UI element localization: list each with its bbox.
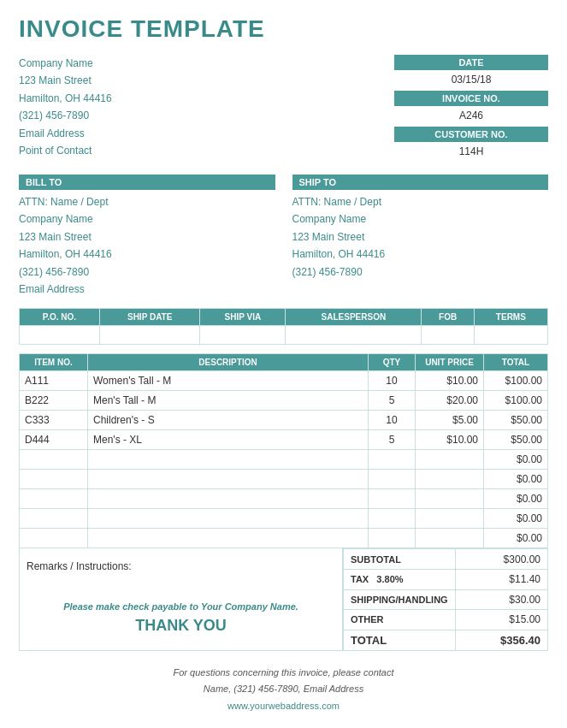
other-row: OTHER $15.00: [344, 610, 548, 630]
company-email: Email Address: [19, 125, 112, 142]
company-contact: Point of Contact: [19, 142, 112, 159]
bill-to-section: BILL TO ATTN: Name / Dept Company Name 1…: [19, 175, 275, 298]
company-city: Hamilton, OH 44416: [19, 90, 112, 107]
company-name: Company Name: [19, 55, 112, 72]
bill-street: 123 Main Street: [19, 228, 275, 246]
item-row: A111 Women's Tall - M 10 $10.00 $100.00: [20, 371, 548, 391]
subtotal-row: SUBTOTAL $300.00: [344, 549, 548, 570]
remarks-label: Remarks / Instructions:: [27, 560, 132, 572]
company-street: 123 Main Street: [19, 72, 112, 89]
item-row: $0.00: [20, 470, 548, 489]
item-row: $0.00: [20, 509, 548, 529]
po-header-salesperson: SALESPERSON: [286, 309, 422, 326]
ship-city: Hamilton, OH 44416: [292, 246, 549, 263]
invoice-value: A246: [394, 108, 548, 123]
item-row: C333 Children's - S 10 $5.00 $50.00: [20, 411, 548, 430]
contact-line2: Name, (321) 456-7890, Email Address: [19, 681, 548, 697]
invoice-label: INVOICE NO.: [394, 91, 548, 106]
subtotal-value: $300.00: [455, 549, 547, 570]
other-value: $15.00: [455, 610, 547, 630]
bill-city: Hamilton, OH 44416: [19, 246, 275, 263]
date-value: 03/15/18: [394, 72, 548, 87]
footer-contact: For questions concerning this invoice, p…: [19, 665, 548, 696]
items-header-description: DESCRIPTION: [88, 354, 369, 371]
total-value: $356.40: [455, 630, 547, 651]
item-row: $0.00: [20, 489, 548, 509]
date-label: DATE: [394, 55, 548, 70]
customer-label: CUSTOMER NO.: [394, 127, 548, 142]
thank-you: THANK YOU: [27, 617, 335, 635]
tax-label: TAX 3.80%: [344, 569, 456, 589]
tax-row: TAX 3.80% $11.40: [344, 569, 548, 589]
po-table: P.O. NO. SHIP DATE SHIP VIA SALESPERSON …: [19, 308, 548, 345]
ship-street: 123 Main Street: [292, 228, 549, 246]
subtotal-label: SUBTOTAL: [344, 549, 456, 570]
items-header-item-no: ITEM NO.: [20, 354, 88, 371]
contact-line1: For questions concerning this invoice, p…: [19, 665, 548, 681]
items-header-qty: QTY: [369, 354, 416, 371]
item-row: $0.00: [20, 450, 548, 470]
bill-to-header: BILL TO: [19, 175, 275, 190]
footer-website: www.yourwebaddress.com: [19, 701, 548, 711]
customer-value: 114H: [394, 144, 548, 159]
invoice-title: INVOICE TEMPLATE: [19, 15, 548, 43]
po-row: [20, 326, 548, 345]
footer-left: Remarks / Instructions: Please make chec…: [19, 548, 343, 651]
ship-attn: ATTN: Name / Dept: [292, 193, 549, 210]
po-header-ship-date: SHIP DATE: [99, 309, 200, 326]
ship-to-section: SHIP TO ATTN: Name / Dept Company Name 1…: [292, 175, 549, 298]
bill-company: Company Name: [19, 210, 275, 228]
ship-to-header: SHIP TO: [292, 175, 549, 190]
po-header-terms: TERMS: [474, 309, 547, 326]
total-row: TOTAL $356.40: [344, 630, 548, 651]
bill-attn: ATTN: Name / Dept: [19, 193, 275, 210]
bottom-section: Remarks / Instructions: Please make chec…: [19, 548, 548, 651]
shipping-label: SHIPPING/HANDLING: [344, 589, 456, 610]
item-row: $0.00: [20, 529, 548, 548]
bill-email: Email Address: [19, 281, 275, 298]
tax-value: $11.40: [455, 569, 547, 589]
item-row: B222 Men's Tall - M 5 $20.00 $100.00: [20, 391, 548, 411]
ship-phone: (321) 456-7890: [292, 263, 549, 281]
meta-section: DATE 03/15/18 INVOICE NO. A246 CUSTOMER …: [377, 55, 548, 163]
shipping-row: SHIPPING/HANDLING $30.00: [344, 589, 548, 610]
items-table: ITEM NO. DESCRIPTION QTY UNIT PRICE TOTA…: [19, 353, 548, 548]
ship-company: Company Name: [292, 210, 549, 228]
po-header-ship-via: SHIP VIA: [200, 309, 286, 326]
tax-rate: 3.80%: [376, 574, 403, 584]
left-bottom: Remarks / Instructions: Please make chec…: [19, 548, 343, 651]
item-row: D444 Men's - XL 5 $10.00 $50.00: [20, 430, 548, 450]
total-label: TOTAL: [344, 630, 456, 651]
items-header-unit-price: UNIT PRICE: [416, 354, 484, 371]
check-payable: Please make check payable to Your Compan…: [27, 601, 335, 612]
bill-phone: (321) 456-7890: [19, 263, 275, 281]
company-phone: (321) 456-7890: [19, 107, 112, 124]
company-info: Company Name 123 Main Street Hamilton, O…: [19, 55, 112, 163]
items-header-total: TOTAL: [484, 354, 548, 371]
totals-table: SUBTOTAL $300.00 TAX 3.80% $11.40 SHIPPI…: [343, 548, 548, 651]
po-header-fob: FOB: [422, 309, 474, 326]
shipping-value: $30.00: [455, 589, 547, 610]
po-header-po: P.O. NO.: [20, 309, 100, 326]
other-label: OTHER: [344, 610, 456, 630]
